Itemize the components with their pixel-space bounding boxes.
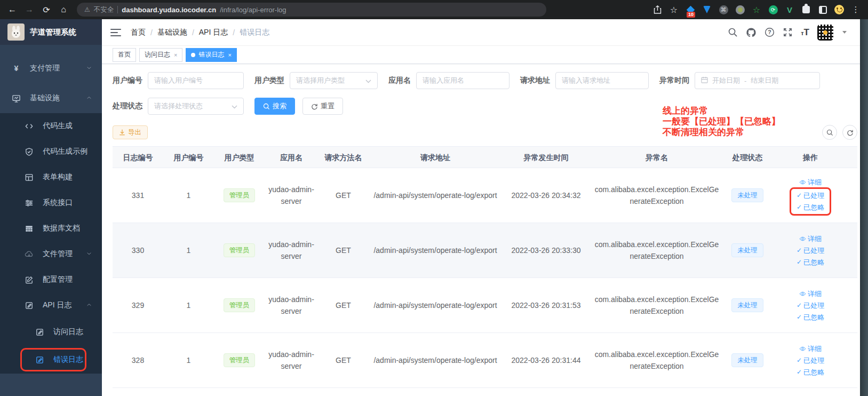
extension-command-icon[interactable]: ⌘ <box>719 5 728 14</box>
sidebar-collapse-icon[interactable] <box>110 29 121 36</box>
cell: com.alibaba.excel.exception.ExcelGenerat… <box>590 294 723 317</box>
red-annotation-text: 线上的异常 一般要【已处理】【已忽略】 不断清理相关的异常 <box>663 106 781 138</box>
extension-sync-icon[interactable]: ⟳ <box>768 5 778 14</box>
extension-record-icon[interactable] <box>735 5 745 14</box>
fullscreen-icon[interactable] <box>783 27 793 37</box>
reload-icon[interactable]: ⟳ <box>39 3 53 17</box>
side-panel-icon[interactable] <box>818 5 827 14</box>
column-header-用户类型: 用户类型 <box>214 152 265 163</box>
cell: GET <box>318 189 369 201</box>
main-area: 首页/基础设施/API 日志/错误日志 ? тT <box>102 19 868 396</box>
mark-processed-button[interactable]: ✓已处理 <box>797 246 824 255</box>
chevron-up-icon <box>86 94 92 102</box>
sidebar-item-文件管理[interactable]: 文件管理 <box>0 241 102 267</box>
detail-button[interactable]: 详细 <box>799 234 822 243</box>
search-icon[interactable] <box>728 27 738 37</box>
mark-ignored-button[interactable]: ✓已忽略 <box>797 203 824 212</box>
back-icon[interactable]: ← <box>5 3 19 17</box>
close-icon[interactable]: × <box>228 52 231 58</box>
share-icon[interactable] <box>652 5 662 14</box>
user-type-tag: 管理员 <box>224 188 256 202</box>
profile-avatar[interactable] <box>834 5 844 14</box>
app-name-input[interactable]: 请输入应用名 <box>416 72 509 89</box>
home-icon[interactable]: ⌂ <box>57 3 70 17</box>
request-url-placeholder: 请输入请求地址 <box>562 76 610 85</box>
tab-label: 错误日志 <box>198 50 224 59</box>
table-header-row: 日志编号用户编号用户类型应用名请求方法名请求地址异常发生时间异常名处理状态操作 <box>113 147 857 168</box>
exception-time-range-picker[interactable]: 开始日期 - 结束日期 <box>695 72 820 89</box>
export-button[interactable]: 导出 <box>113 125 148 139</box>
sidebar-item-代码生成示例[interactable]: 代码生成示例 <box>0 139 102 164</box>
mark-ignored-button[interactable]: ✓已忽略 <box>797 368 824 377</box>
user-avatar[interactable] <box>817 25 833 41</box>
detail-button[interactable]: 详细 <box>799 289 822 298</box>
user-type-cell: 管理员 <box>214 243 265 257</box>
user-id-input[interactable]: 请输入用户编号 <box>148 72 244 89</box>
cell: 1 <box>163 354 214 366</box>
breadcrumb-item[interactable]: API 日志 <box>199 28 228 37</box>
cell: /admin-api/system/operate-log/export <box>369 189 502 201</box>
request-url-label: 请求地址 <box>520 76 550 85</box>
extension-star-icon[interactable]: ☆ <box>752 5 761 14</box>
form-grid-icon <box>22 173 35 182</box>
help-icon[interactable]: ? <box>765 27 775 37</box>
process-status-label: 处理状态 <box>113 101 142 111</box>
forward-icon[interactable]: → <box>22 3 36 17</box>
search-button[interactable]: 搜索 <box>254 98 295 115</box>
user-type-select[interactable]: 请选择用户类型 <box>290 72 378 89</box>
table-row: 3301管理员yudao-admin-serverGET/admin-api/s… <box>113 223 857 278</box>
tab-首页[interactable]: 首页 <box>113 48 136 62</box>
mark-processed-button[interactable]: ✓已处理 <box>797 356 824 365</box>
tab-label: 访问日志 <box>145 50 170 59</box>
sidebar-item-API 日志[interactable]: API 日志 <box>0 292 102 318</box>
browser-menu-icon[interactable]: ⋮ <box>851 5 861 14</box>
mark-processed-button[interactable]: ✓已处理 <box>797 301 824 310</box>
avatar-caret-icon[interactable] <box>842 31 847 34</box>
svg-text:¥: ¥ <box>14 64 18 73</box>
sidebar-item-系统接口[interactable]: 系统接口 <box>0 190 102 216</box>
bookmark-star-icon[interactable]: ☆ <box>669 5 679 14</box>
address-bar[interactable]: ⚠ 不安全 dashboard.yudao.iocoder.cn/infra/l… <box>77 3 546 17</box>
tab-错误日志[interactable]: 错误日志× <box>186 48 236 62</box>
sidebar-item-错误日志[interactable]: 错误日志 <box>0 346 102 374</box>
sidebar-item-数据库文档[interactable]: 数据库文档 <box>0 216 102 241</box>
breadcrumb-item[interactable]: 基础设施 <box>157 28 187 37</box>
app-window: 芋道管理系统 ¥支付管理基础设施代码生成代码生成示例表单构建系统接口数据库文档文… <box>0 19 868 396</box>
github-icon[interactable] <box>746 27 756 38</box>
cell: 1 <box>163 299 214 311</box>
hide-search-icon-button[interactable] <box>822 125 837 140</box>
sidebar-item-基础设施[interactable]: 基础设施 <box>0 83 102 113</box>
sidebar-item-支付管理[interactable]: ¥支付管理 <box>0 53 102 83</box>
mark-ignored-button[interactable]: ✓已忽略 <box>797 258 824 267</box>
request-url-input[interactable]: 请输入请求地址 <box>555 72 649 89</box>
tab-访问日志[interactable]: 访问日志× <box>139 48 182 62</box>
sidebar-item-配置管理[interactable]: 配置管理 <box>0 267 102 292</box>
sidebar-item-访问日志[interactable]: 访问日志 <box>0 318 102 346</box>
sidebar-item-代码生成[interactable]: 代码生成 <box>0 113 102 139</box>
detail-button[interactable]: 详细 <box>799 178 822 187</box>
date-separator: - <box>744 77 746 85</box>
extension-diamond-icon[interactable]: 10 <box>686 5 695 14</box>
refresh-icon-button[interactable] <box>842 125 857 140</box>
cell: GET <box>318 244 369 256</box>
cell: 329 <box>113 299 163 311</box>
sidebar-item-label: 错误日志 <box>53 355 83 365</box>
sidebar-item-表单构建[interactable]: 表单构建 <box>0 164 102 190</box>
app-logo[interactable]: 芋道管理系统 <box>0 19 102 45</box>
log-icon <box>33 328 46 337</box>
extension-gem-icon[interactable] <box>702 5 712 14</box>
breadcrumb-item[interactable]: 首页 <box>131 28 146 37</box>
mark-ignored-button[interactable]: ✓已忽略 <box>797 313 824 322</box>
reset-button[interactable]: 重置 <box>302 98 343 115</box>
detail-button[interactable]: 详细 <box>799 344 822 353</box>
text-size-icon[interactable]: тT <box>801 27 809 38</box>
extension-vue-icon[interactable]: V <box>785 5 794 14</box>
active-dot <box>191 53 195 57</box>
extensions-puzzle-icon[interactable] <box>801 5 811 14</box>
close-icon[interactable]: × <box>174 52 177 58</box>
app-title: 芋道管理系统 <box>30 27 76 37</box>
sidebar-item-label: 配置管理 <box>43 275 73 284</box>
mark-processed-button[interactable]: ✓已处理 <box>797 191 824 200</box>
cell: 328 <box>113 354 163 366</box>
process-status-select[interactable]: 请选择处理状态 <box>148 98 244 115</box>
